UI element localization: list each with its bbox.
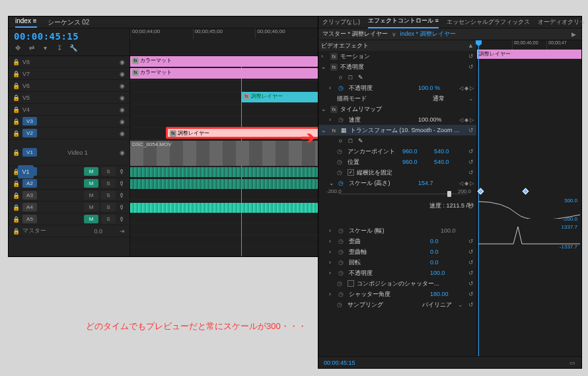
solo-button[interactable]: S (101, 203, 116, 211)
prop-uniform-scale[interactable]: ◷縦横比を固定↺ (318, 167, 476, 178)
scale-slider[interactable]: -200.0 200.0 (318, 188, 476, 200)
eye-icon[interactable]: ◉ (118, 83, 126, 89)
reset-icon[interactable]: ↺ (466, 259, 474, 266)
tab-effect-controls[interactable]: エフェクトコントロール ≡ (368, 17, 439, 28)
stopwatch-icon[interactable]: ◷ (338, 227, 346, 234)
pen-mask-icon[interactable]: ✎ (357, 74, 364, 81)
eye-icon[interactable]: ◉ (118, 149, 126, 156)
chevron-down-icon[interactable]: ⌄ (321, 127, 328, 133)
ellipse-mask-icon[interactable]: ○ (337, 137, 344, 144)
reset-icon[interactable]: ↺ (466, 159, 474, 165)
track-v8[interactable]: 🔒V8◉ (9, 56, 129, 68)
prop-position[interactable]: ◷位置960.0540.0↺ (318, 157, 476, 167)
prop-opacity[interactable]: ›◷不透明度100.0 %◁ ◆ ▷ (318, 83, 476, 93)
expand-icon[interactable]: ⇥ (118, 228, 126, 235)
ellipse-mask-icon[interactable]: ○ (337, 74, 344, 81)
lock-icon[interactable]: 🔒 (13, 94, 20, 101)
reset-icon[interactable]: ↺ (466, 280, 474, 287)
solo-button[interactable]: S (101, 215, 116, 223)
solo-button[interactable]: S (101, 179, 116, 188)
tab-essential-graphics[interactable]: エッセンシャルグラフィックス (447, 18, 530, 26)
lock-icon[interactable]: 🔒 (13, 204, 20, 211)
stopwatch-icon[interactable]: ◷ (337, 159, 345, 165)
stopwatch-icon[interactable]: ◷ (337, 280, 345, 287)
track-v5[interactable]: 🔒V5◉ (9, 92, 129, 104)
comp-shutter-checkbox[interactable] (348, 280, 354, 287)
track-a4[interactable]: 🔒A4MS🎙 (9, 202, 129, 213)
track-v1[interactable]: 🔒V1Video 1◉ (9, 139, 129, 166)
lock-icon[interactable]: 🔒 (13, 149, 20, 156)
reset-icon[interactable]: ↺ (466, 270, 474, 276)
graph-clip-bar[interactable]: 調整レイヤー (477, 50, 581, 59)
track-v4[interactable]: 🔒V4◉ (9, 104, 129, 116)
lock-icon[interactable]: 🔒 (13, 180, 20, 187)
reset-icon[interactable]: ↺ (466, 63, 474, 70)
track-a5[interactable]: 🔒A5MS🎙 (9, 213, 129, 225)
lock-icon[interactable]: 🔒 (13, 118, 20, 125)
lock-icon[interactable]: 🔒 (13, 216, 20, 223)
linked-sel-icon[interactable]: ⇄ (28, 44, 35, 52)
keyframe-nav[interactable]: ◁ ◆ ▷ (454, 180, 474, 186)
lock-icon[interactable]: 🔒 (13, 83, 20, 89)
reset-icon[interactable]: ↺ (466, 238, 474, 244)
clip-adjustment-v5[interactable]: fx調整レイヤー (241, 92, 318, 102)
keyframe-nav[interactable]: ◁ ◆ ▷ (454, 117, 474, 123)
reset-icon[interactable]: ↺ (466, 127, 474, 133)
clip-adjustment-highlighted[interactable]: fx調整レイヤー (166, 128, 318, 138)
stopwatch-icon[interactable]: ◷ (338, 238, 346, 244)
lock-icon[interactable]: 🔒 (13, 71, 20, 77)
prop-rotation[interactable]: ›◷回転0.0↺ (318, 257, 476, 268)
keyframe-nav[interactable]: ◁ ◆ ▷ (454, 85, 474, 91)
eye-icon[interactable]: ◉ (118, 94, 126, 101)
tab-no-clip[interactable]: クリップなし) (322, 18, 360, 26)
time-ruler[interactable]: 00;00;44;00 00;00;45;00 00;00;46;00 (130, 28, 318, 39)
toggle-icon[interactable]: ▲ (466, 42, 474, 49)
reset-icon[interactable]: ↺ (466, 148, 474, 155)
track-v2[interactable]: 🔒V2◉ (9, 128, 129, 139)
prop-opacity2[interactable]: ›◷不透明度100.0↺ (318, 268, 476, 278)
clip-video-v1[interactable]: DSC_8054.MOV (130, 141, 318, 166)
marker-icon[interactable]: ▾ (42, 44, 49, 52)
group-timeremap[interactable]: ⌄fxタイムリマップ (318, 104, 476, 114)
stopwatch-icon[interactable]: ◷ (338, 116, 346, 123)
tab-index[interactable]: index ≡ (15, 17, 37, 28)
clip-audio-a4[interactable] (130, 203, 318, 213)
tab-audio-clip[interactable]: オーディオクリッ (538, 18, 585, 26)
footer-timecode[interactable]: 00:00:45:15 (324, 359, 355, 366)
clip-link[interactable]: index * 調整レイヤー (400, 30, 456, 38)
zoom-scroll-icon[interactable]: ▭ (569, 359, 576, 366)
rect-mask-icon[interactable]: □ (347, 137, 354, 144)
lock-icon[interactable]: 🔒 (13, 228, 20, 235)
graph-playhead[interactable] (478, 40, 479, 356)
play-icon[interactable]: ▶ (570, 31, 577, 38)
prop-comp-shutter[interactable]: ◷コンポジションのシャッター...↺ (318, 278, 476, 289)
track-v7[interactable]: 🔒V7◉ (9, 68, 129, 80)
mute-button[interactable]: M (84, 203, 98, 211)
prop-skew-axis[interactable]: ›◷歪曲軸0.0↺ (318, 246, 476, 257)
clip-colormat-1[interactable]: fxカラーマット (130, 56, 318, 67)
keyframe-diamond[interactable] (523, 188, 529, 195)
track-v3[interactable]: 🔒V3◉ (9, 116, 129, 128)
stopwatch-icon[interactable]: ◷ (338, 259, 346, 266)
stopwatch-icon[interactable]: ◷ (338, 248, 346, 255)
track-master[interactable]: 🔒マスター0.0⇥ (9, 225, 129, 237)
stopwatch-icon[interactable]: ◷ (338, 180, 346, 186)
prop-shutter-angle[interactable]: ›◷シャッター角度180.00↺ (318, 289, 476, 299)
reset-icon[interactable]: ↺ (466, 301, 474, 308)
voice-icon[interactable]: 🎙 (118, 216, 126, 223)
slider-thumb[interactable] (447, 191, 451, 197)
wrench-icon[interactable]: 🔧 (69, 44, 77, 52)
stopwatch-icon[interactable]: ◷ (338, 85, 346, 91)
timeline-clips-area[interactable]: fxカラーマット fxカラーマット fx調整レイヤー fx調整レイヤー DSC_… (130, 56, 318, 256)
chevron-down-icon[interactable]: ⌄ (321, 106, 328, 112)
chevron-right-icon[interactable]: › (321, 53, 328, 59)
v1-source-patch[interactable]: V1 (18, 165, 34, 178)
mute-button[interactable]: M (84, 215, 98, 223)
reset-icon[interactable]: ↺ (466, 169, 474, 176)
stopwatch-icon[interactable]: ◷ (337, 148, 345, 155)
stopwatch-icon[interactable]: ◷ (337, 169, 345, 176)
eye-icon[interactable]: ◉ (118, 106, 126, 113)
pen-mask-icon[interactable]: ✎ (357, 137, 364, 144)
prop-sampling[interactable]: ◷サンプリングバイリニア⌄↺ (318, 299, 476, 310)
lock-icon[interactable]: 🔒 (13, 192, 20, 199)
